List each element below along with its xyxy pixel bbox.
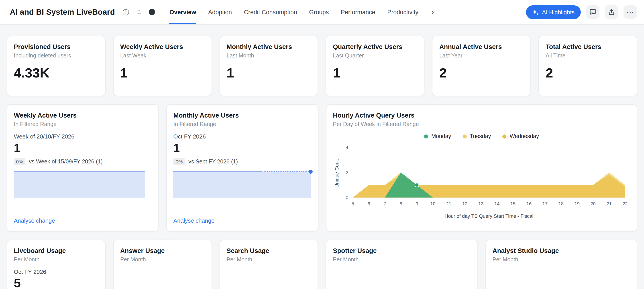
- legend-item-monday[interactable]: Monday: [424, 133, 451, 140]
- tabs-overflow-chevron-icon[interactable]: ›: [430, 8, 435, 16]
- svg-text:22: 22: [622, 201, 627, 206]
- more-options-button[interactable]: ⋯: [624, 5, 637, 19]
- monthly-trend-chart: [174, 172, 311, 198]
- liveboard-content: Provisioned Users Including deleted user…: [0, 24, 644, 289]
- search-usage-card: Search Usage Per Month: [219, 240, 318, 289]
- card-title: Monthly Active Users: [226, 43, 311, 50]
- weekly-trend-chart: [14, 172, 145, 198]
- legend-label: Tuesday: [470, 133, 491, 140]
- share-button[interactable]: [605, 5, 618, 19]
- hourly-active-query-users-card: Hourly Active Query Users Per Day of Wee…: [326, 104, 637, 232]
- kpi-value: 1: [14, 141, 152, 155]
- topbar-actions: AI Highlights ⋯: [526, 5, 637, 19]
- svg-text:19: 19: [574, 201, 579, 206]
- kpi-value: 1: [333, 66, 418, 80]
- card-subtitle: Including deleted users: [14, 52, 98, 59]
- card-title: Hourly Active Query Users: [333, 112, 630, 119]
- title-icons: ⓘ ☆: [122, 8, 155, 16]
- kpi-card-provisioned-users: Provisioned Users Including deleted user…: [7, 36, 106, 96]
- svg-text:Hour of day TS Query Start Tim: Hour of day TS Query Start Time - Fiscal: [444, 213, 533, 219]
- kpi-card-monthly-active-users: Monthly Active Users Last Month 1: [219, 36, 318, 96]
- card-subtitle: Last Month: [226, 52, 311, 59]
- svg-text:Unique Cou...: Unique Cou...: [334, 158, 339, 188]
- svg-text:18: 18: [558, 201, 564, 206]
- analyse-change-link[interactable]: Analyse change: [14, 217, 55, 224]
- card-subtitle: Per Month: [226, 256, 311, 263]
- svg-text:13: 13: [478, 201, 483, 206]
- liveboard-page: AI and BI System LiveBoard ⓘ ☆ Overview …: [0, 0, 644, 289]
- hourly-active-query-users-chart: 0245678910111213141516171819202122Unique…: [333, 141, 630, 222]
- delta-badge: 0%: [14, 158, 26, 165]
- kpi-value: 2: [546, 66, 630, 80]
- author-avatar[interactable]: [149, 9, 155, 15]
- comments-button[interactable]: [586, 5, 600, 19]
- card-subtitle: Last Quarter: [333, 52, 418, 59]
- card-subtitle: Per Day of Week in Filtered Range: [333, 121, 630, 127]
- trend-line: [14, 172, 145, 172]
- tab-overview[interactable]: Overview: [170, 0, 196, 24]
- svg-text:0: 0: [346, 195, 348, 200]
- card-subtitle: Per Month: [14, 256, 98, 263]
- legend-dot-wednesday: [502, 134, 506, 138]
- kpi-value: 5: [14, 276, 98, 289]
- kpi-value: 1: [174, 141, 311, 155]
- page-title: AI and BI System LiveBoard: [10, 7, 115, 17]
- svg-text:16: 16: [526, 201, 531, 206]
- card-subtitle: In Filtered Range: [174, 121, 311, 127]
- card-subtitle: Per Month: [120, 256, 205, 263]
- delta-badge: 0%: [174, 158, 185, 165]
- svg-text:21: 21: [606, 201, 611, 206]
- kpi-value: 4.33K: [14, 66, 98, 80]
- spotter-usage-card: Spotter Usage Per Month: [326, 240, 478, 289]
- card-title: Spotter Usage: [333, 247, 471, 254]
- analyse-change-link[interactable]: Analyse change: [174, 217, 215, 224]
- endpoint-dot: [308, 170, 312, 174]
- svg-text:17: 17: [542, 201, 547, 206]
- card-title: Analyst Studio Usage: [492, 247, 630, 254]
- svg-text:8: 8: [399, 201, 402, 206]
- legend-label: Monday: [431, 133, 451, 140]
- tab-performance[interactable]: Performance: [341, 0, 376, 24]
- liveboard-tabs: Overview Adoption Credit Consumption Gro…: [170, 0, 435, 24]
- svg-text:15: 15: [510, 201, 515, 206]
- period-label: Oct FY 2026: [174, 133, 311, 140]
- card-title: Search Usage: [226, 247, 311, 254]
- ai-highlights-label: AI Highlights: [542, 9, 574, 15]
- card-title: Weekly Active Users: [14, 112, 152, 119]
- legend-dot-monday: [424, 134, 428, 138]
- tab-adoption[interactable]: Adoption: [208, 0, 232, 24]
- comment-icon: [589, 8, 596, 16]
- legend-item-wednesday[interactable]: Wednesday: [502, 133, 539, 140]
- tab-productivity[interactable]: Productivity: [387, 0, 418, 24]
- legend-item-tuesday[interactable]: Tuesday: [463, 133, 491, 140]
- period-label: Oct FY 2026: [14, 268, 98, 275]
- card-title: Answer Usage: [120, 247, 205, 254]
- liveboard-usage-card: Liveboard Usage Per Month Oct FY 2026 5: [7, 240, 106, 289]
- monthly-active-users-viz-card: Monthly Active Users In Filtered Range O…: [166, 104, 318, 232]
- kpi-value: 1: [226, 66, 311, 80]
- viz-row: Weekly Active Users In Filtered Range We…: [7, 104, 637, 232]
- card-title: Weekly Active Users: [120, 43, 205, 50]
- svg-text:9: 9: [415, 201, 418, 206]
- kpi-card-annual-active-users: Annual Active Users Last Year 2: [432, 36, 531, 96]
- svg-text:10: 10: [430, 201, 435, 206]
- svg-text:2: 2: [346, 170, 348, 175]
- svg-text:11: 11: [446, 201, 451, 206]
- card-subtitle: Per Month: [492, 256, 630, 263]
- legend-label: Wednesday: [510, 133, 539, 140]
- favorite-star-icon[interactable]: ☆: [136, 8, 142, 16]
- card-subtitle: All Time: [546, 52, 630, 59]
- projection-line: [262, 172, 311, 172]
- svg-text:4: 4: [346, 145, 348, 150]
- ai-highlights-button[interactable]: AI Highlights: [526, 5, 581, 19]
- svg-text:5: 5: [352, 201, 354, 206]
- tab-groups[interactable]: Groups: [309, 0, 329, 24]
- svg-text:14: 14: [494, 201, 500, 206]
- card-subtitle: Per Month: [333, 256, 471, 263]
- info-icon[interactable]: ⓘ: [122, 9, 129, 15]
- tab-credit-consumption[interactable]: Credit Consumption: [244, 0, 297, 24]
- trend-line: [174, 172, 262, 172]
- delta-row: 0% vs Week of 15/09/FY 2026 (1): [14, 158, 152, 165]
- kpi-row: Provisioned Users Including deleted user…: [7, 36, 637, 96]
- svg-text:12: 12: [462, 201, 467, 206]
